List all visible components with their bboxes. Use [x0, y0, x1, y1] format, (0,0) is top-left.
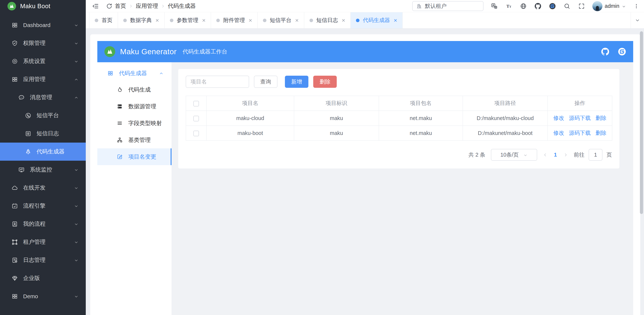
scrollbar-thumb[interactable]	[640, 31, 643, 214]
breadcrumb-item[interactable]: 首页	[115, 2, 126, 10]
sidebar-item-label: 租户管理	[23, 238, 46, 246]
tab-首页[interactable]: 首页	[89, 12, 118, 28]
chevron-down-icon	[74, 204, 79, 208]
breadcrumb-item[interactable]: 应用管理	[136, 2, 158, 10]
query-button[interactable]: 查询	[254, 76, 278, 88]
main-sidebar: Maku Boot Dashboard权限管理系统设置应用管理消息管理短信平台短…	[0, 0, 86, 315]
sitemap-icon	[117, 137, 123, 143]
user-menu[interactable]: admin	[592, 1, 626, 11]
tab-附件管理[interactable]: 附件管理×	[211, 12, 258, 28]
generator-menu-item-项目名变更[interactable]: 项目名变更	[97, 148, 172, 165]
action-link-修改[interactable]: 修改	[554, 130, 564, 136]
sidebar-item-我的流程[interactable]: 我的流程	[0, 215, 86, 233]
lines-icon	[117, 120, 123, 126]
prev-page-icon[interactable]	[543, 152, 548, 157]
sidebar-item-label: 短信日志	[36, 130, 59, 137]
refresh-icon[interactable]	[106, 3, 112, 10]
chevron-down-icon	[74, 23, 79, 28]
page-number[interactable]: 1	[554, 152, 557, 158]
search-icon[interactable]	[564, 3, 570, 10]
tab-dropdown-button[interactable]	[630, 12, 644, 28]
sidebar-item-label: Demo	[23, 293, 38, 300]
tenant-select[interactable]: 默认租户	[412, 1, 484, 11]
tab-close-icon[interactable]: ×	[156, 17, 159, 23]
project-name-input[interactable]	[186, 76, 249, 88]
sidebar-item-在线开发[interactable]: 在线开发	[0, 179, 86, 197]
sidebar-item-系统监控[interactable]: 系统监控	[0, 161, 86, 179]
sidebar-item-权限管理[interactable]: 权限管理	[0, 34, 86, 52]
sidebar-item-流程引擎[interactable]: 流程引擎	[0, 197, 86, 215]
generator-menu-item-代码生成器[interactable]: 代码生成器	[97, 65, 172, 81]
tab-数据字典[interactable]: 数据字典×	[118, 12, 165, 28]
goto-page-input[interactable]	[588, 149, 602, 161]
row-checkbox[interactable]	[193, 131, 199, 136]
table-cell: net.maku	[379, 111, 463, 126]
tab-代码生成器[interactable]: 代码生成器×	[351, 12, 403, 28]
sidebar-item-短信平台[interactable]: 短信平台	[0, 106, 86, 124]
gitee-icon[interactable]	[549, 3, 556, 10]
sidebar-item-消息管理[interactable]: 消息管理	[0, 88, 86, 106]
tab-短信平台[interactable]: 短信平台×	[258, 12, 304, 28]
action-link-删除[interactable]: 删除	[596, 115, 606, 121]
breadcrumb-item[interactable]: 代码生成器	[168, 2, 196, 10]
select-all-checkbox[interactable]	[193, 101, 199, 106]
github-icon[interactable]	[534, 3, 541, 10]
tab-close-icon[interactable]: ×	[394, 17, 397, 23]
action-link-修改[interactable]: 修改	[554, 115, 564, 121]
row-actions: 修改源码下载删除	[548, 111, 612, 126]
sidebar-item-Demo[interactable]: Demo	[0, 287, 86, 305]
toolbar: 查询 新增 删除	[186, 76, 612, 88]
tab-close-icon[interactable]: ×	[248, 17, 252, 23]
sidebar-item-label: 我的流程	[23, 220, 46, 228]
project-table: 项目名项目标识项目包名项目路径操作 maku-cloudmakunet.maku…	[186, 96, 612, 141]
brand[interactable]: Maku Boot	[0, 0, 86, 12]
table-body: maku-cloudmakunet.makuD:/makunet/maku-cl…	[186, 111, 612, 140]
tabbar: 首页数据字典×参数管理×附件管理×短信平台×短信日志×代码生成器×	[86, 12, 644, 29]
tab-参数管理[interactable]: 参数管理×	[165, 12, 211, 28]
chevron-down-icon	[635, 18, 640, 23]
sidebar-item-应用管理[interactable]: 应用管理	[0, 70, 86, 88]
add-button[interactable]: 新增	[285, 76, 308, 88]
fullscreen-icon[interactable]	[578, 3, 585, 10]
next-page-icon[interactable]	[563, 152, 568, 157]
maku-generator-logo-icon	[104, 46, 115, 57]
goto-label: 前往	[574, 151, 584, 158]
generator-menu-label: 数据源管理	[128, 103, 156, 110]
tab-close-icon[interactable]: ×	[342, 17, 345, 23]
tab-close-icon[interactable]: ×	[295, 17, 299, 23]
sidebar-item-短信日志[interactable]: 短信日志	[0, 124, 86, 142]
translate-icon[interactable]	[491, 3, 498, 10]
collapse-icon[interactable]	[92, 3, 99, 10]
page-size-select[interactable]: 10条/页	[491, 149, 537, 161]
action-link-删除[interactable]: 删除	[596, 130, 606, 136]
generator-menu-item-数据源管理[interactable]: 数据源管理	[97, 98, 172, 115]
generator-menu-item-代码生成[interactable]: 代码生成	[97, 81, 172, 98]
globe-icon[interactable]	[520, 3, 527, 10]
action-link-源码下载[interactable]: 源码下载	[569, 130, 591, 136]
pager: 1	[543, 152, 568, 158]
sidebar-item-企业版[interactable]: 企业版	[0, 269, 86, 287]
font-size-icon[interactable]: TT	[506, 3, 512, 10]
vertical-scrollbar[interactable]	[640, 31, 643, 311]
sidebar-item-租户管理[interactable]: 租户管理	[0, 233, 86, 251]
avatar[interactable]	[592, 1, 602, 11]
generator-menu-item-基类管理[interactable]: 基类管理	[97, 132, 172, 148]
github-icon[interactable]	[601, 48, 609, 56]
app-root: Maku Boot Dashboard权限管理系统设置应用管理消息管理短信平台短…	[0, 0, 644, 315]
chevron-down-icon	[74, 59, 79, 64]
svg-text:T: T	[510, 5, 511, 8]
generator-body: 代码生成器代码生成数据源管理字段类型映射基类管理项目名变更 查询 新增 删除	[97, 62, 633, 315]
sidebar-item-系统设置[interactable]: 系统设置	[0, 52, 86, 70]
gitee-icon[interactable]	[618, 48, 626, 56]
tab-close-icon[interactable]: ×	[202, 17, 206, 23]
sidebar-item-日志管理[interactable]: 日志管理	[0, 251, 86, 269]
delete-button[interactable]: 删除	[313, 76, 337, 88]
action-link-源码下载[interactable]: 源码下载	[569, 115, 591, 121]
generator-menu-item-字段类型映射[interactable]: 字段类型映射	[97, 115, 172, 132]
sidebar-item-代码生成器[interactable]: 代码生成器	[0, 142, 86, 161]
kebab-menu-icon[interactable]	[634, 3, 639, 9]
row-checkbox[interactable]	[193, 116, 199, 121]
sidebar-item-Dashboard[interactable]: Dashboard	[0, 16, 86, 34]
tab-dot-icon	[123, 19, 127, 22]
tab-短信日志[interactable]: 短信日志×	[304, 12, 351, 28]
